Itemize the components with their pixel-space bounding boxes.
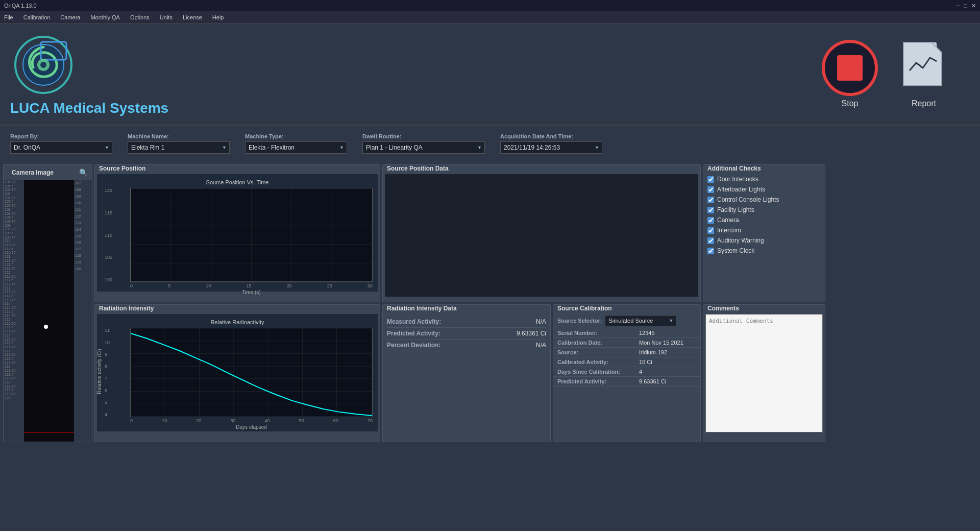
days-since-cal-row: Days Since Calibration: 4	[553, 367, 700, 377]
predicted-activity-cal-label: Predicted Activity:	[557, 378, 639, 384]
report-by-label: Report By:	[10, 133, 112, 139]
predicted-activity-value: 9.63361 Ci	[517, 330, 546, 337]
svg-rect-17	[131, 328, 372, 417]
check-camera: Camera	[703, 215, 825, 225]
source-selector-label: Source Selector:	[557, 318, 602, 324]
menu-camera[interactable]: Camera	[58, 13, 82, 21]
radiation-y-label: Relative activity (Ci)	[96, 349, 102, 394]
check-label-afterloader-lights: Afterloader Lights	[717, 186, 765, 193]
measured-activity-label: Measured Activity:	[387, 318, 441, 325]
predicted-activity-cal-row: Predicted Activity: 9.63361 Ci	[553, 377, 700, 387]
calibration-date-row: Calibration Date: Mon Nov 15 2021	[553, 338, 700, 348]
menu-units[interactable]: Units	[158, 13, 175, 21]
comments-panel: Comments	[703, 304, 825, 442]
minimize-btn[interactable]: ─	[956, 3, 960, 9]
checkbox-facility-lights[interactable]	[707, 207, 714, 213]
source-label: Source:	[557, 349, 639, 355]
report-button[interactable]: Report	[898, 40, 949, 108]
calibrated-activity-value: 10 Ci	[639, 359, 652, 365]
percent-deviation-row: Percent Deviation: N/A	[387, 340, 546, 351]
menu-help[interactable]: Help	[210, 13, 226, 21]
check-label-door-interlocks: Door Interlocks	[717, 176, 758, 183]
check-afterloader-lights: Afterloader Lights	[703, 184, 825, 195]
camera-search-icon[interactable]: 🔍	[79, 168, 88, 177]
stop-circle	[822, 40, 878, 96]
camera-header: Camera Image 🔍	[4, 165, 92, 180]
checkbox-afterloader-lights[interactable]	[707, 186, 714, 193]
acquisition-dt-select[interactable]: 2021/11/19 14:26:53	[500, 141, 602, 154]
checkbox-auditory-warning[interactable]	[707, 237, 714, 244]
source-position-data-title: Source Position Data	[383, 164, 453, 174]
menu-monthly-qa[interactable]: Monthly QA	[88, 13, 121, 21]
main-content: Camera Image 🔍 106.25106.5106.75107 107.…	[0, 161, 980, 531]
radiation-intensity-title: Radiation Intensity	[95, 304, 158, 314]
check-label-auditory-warning: Auditory Warning	[717, 237, 764, 244]
check-label-camera: Camera	[717, 216, 739, 224]
camera-dot	[44, 325, 48, 329]
stop-square-icon	[837, 55, 863, 81]
measured-activity-row: Measured Activity: N/A	[387, 316, 546, 328]
acquisition-dt-group: Acquisition Date And Time: 2021/11/19 14…	[500, 133, 602, 154]
header-actions: Stop Report	[822, 40, 949, 108]
source-selector-row: Source Selector: Simulated Source Source…	[553, 312, 700, 328]
check-intercom: Intercom	[703, 225, 825, 235]
comments-textarea[interactable]	[705, 314, 823, 432]
source-position-data-area	[385, 174, 698, 297]
report-icon	[898, 40, 949, 96]
machine-type-group: Machine Type: Elekta - Flexitron	[245, 133, 347, 154]
source-selector-wrapper: Simulated Source Source 1 Source 2	[605, 315, 676, 326]
check-control-console-lights: Control Console Lights	[703, 195, 825, 205]
source-position-panel: Source Position Source Position Vs. Time…	[94, 164, 380, 302]
machine-name-select[interactable]: Elekta Rm 1	[128, 141, 230, 154]
additional-checks-panel: Additional Checks Door Interlocks Afterl…	[703, 164, 825, 302]
calibrated-activity-label: Calibrated Activity:	[557, 359, 639, 365]
check-label-system-clock: System Clock	[717, 247, 754, 254]
days-since-cal-label: Days Since Calibration:	[557, 369, 639, 375]
check-system-clock: System Clock	[703, 246, 825, 256]
days-since-cal-value: 4	[639, 369, 642, 375]
serial-number-value: 12345	[639, 330, 655, 336]
checkbox-door-interlocks[interactable]	[707, 176, 714, 183]
machine-name-wrapper: Elekta Rm 1	[128, 141, 230, 154]
menu-license[interactable]: License	[181, 13, 204, 21]
close-btn[interactable]: ✕	[971, 3, 976, 9]
radiation-intensity-panel: Radiation Intensity Relative Radioactivi…	[94, 304, 380, 442]
source-selector-select[interactable]: Simulated Source Source 1 Source 2	[605, 315, 676, 326]
source-cal-rows: Serial Number: 12345 Calibration Date: M…	[553, 328, 700, 387]
check-label-intercom: Intercom	[717, 227, 741, 234]
logo-icon	[10, 32, 77, 98]
camera-body: 106.25106.5106.75107 107.25107.5107.7510…	[4, 180, 92, 442]
machine-type-select[interactable]: Elekta - Flexitron	[245, 141, 347, 154]
menu-file[interactable]: File	[2, 13, 15, 21]
stop-button[interactable]: Stop	[822, 40, 878, 108]
checkbox-control-console-lights[interactable]	[707, 197, 714, 203]
checkbox-camera[interactable]	[707, 217, 714, 224]
report-by-select[interactable]: Dr. OriQA	[10, 141, 112, 154]
maximize-btn[interactable]: □	[964, 3, 967, 9]
dwell-routine-select[interactable]: Plan 1 - Linearity QA	[362, 141, 485, 154]
source-position-chart-inner	[130, 188, 373, 282]
checkbox-system-clock[interactable]	[707, 248, 714, 254]
stop-label: Stop	[842, 99, 859, 108]
radiation-intensity-chart: Relative Radioactivity 1110987654	[97, 314, 378, 431]
source-row: Source: Iridium-192	[553, 348, 700, 357]
menu-options[interactable]: Options	[128, 13, 152, 21]
radiation-data-table: Measured Activity: N/A Predicted Activit…	[383, 312, 550, 355]
percent-deviation-value: N/A	[536, 342, 546, 349]
machine-name-label: Machine Name:	[128, 133, 230, 139]
dwell-routine-label: Dwell Routine:	[362, 133, 485, 139]
serial-number-label: Serial Number:	[557, 330, 639, 336]
predicted-activity-cal-value: 9.63361 Ci	[639, 378, 666, 384]
machine-type-wrapper: Elekta - Flexitron	[245, 141, 347, 154]
check-door-interlocks: Door Interlocks	[703, 174, 825, 184]
camera-title: Camera Image	[8, 167, 58, 178]
source-position-x-label: Time (s)	[130, 289, 373, 295]
predicted-activity-label: Predicted Activity:	[387, 330, 440, 337]
comments-title: Comments	[703, 304, 743, 314]
source-calibration-panel: Source Calibration Source Selector: Simu…	[553, 304, 701, 442]
source-position-chart: Source Position Vs. Time 120115110105100	[97, 174, 378, 292]
menu-calibration[interactable]: Calibration	[21, 13, 53, 21]
form-row: Report By: Dr. OriQA Machine Name: Elekt…	[0, 126, 980, 161]
source-position-title: Source Position	[95, 164, 150, 174]
checkbox-intercom[interactable]	[707, 227, 714, 234]
